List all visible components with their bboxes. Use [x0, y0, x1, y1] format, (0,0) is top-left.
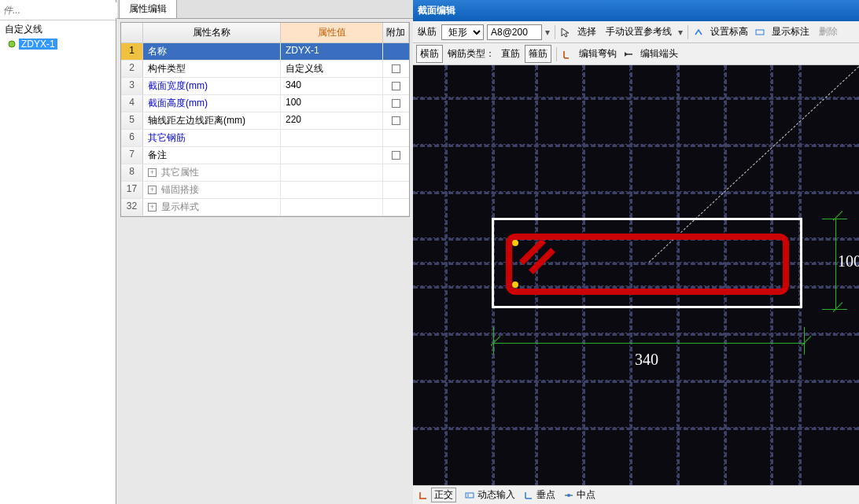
- property-value[interactable]: 340: [281, 78, 383, 94]
- perp-icon: [523, 490, 534, 501]
- property-name: +锚固搭接: [143, 182, 281, 198]
- property-row-expandable[interactable]: 32 +显示样式: [121, 199, 409, 216]
- expand-icon[interactable]: +: [148, 186, 157, 194]
- expand-icon[interactable]: +: [148, 168, 157, 177]
- svg-rect-6: [466, 493, 474, 498]
- row-number: 8: [121, 164, 143, 181]
- property-value[interactable]: 自定义线: [281, 61, 383, 77]
- midpoint-icon: [563, 490, 574, 501]
- rebar-point[interactable]: [512, 281, 518, 288]
- svg-point-2: [9, 41, 15, 47]
- expand-icon[interactable]: +: [148, 203, 157, 212]
- checkbox[interactable]: [392, 82, 400, 90]
- tree-item-label: ZDYX-1: [19, 39, 57, 50]
- property-row[interactable]: 7 备注: [121, 147, 409, 164]
- dim-tick: ⟋: [828, 204, 847, 226]
- status-ortho[interactable]: 正交: [418, 487, 456, 502]
- dropdown-arrow-icon[interactable]: ▾: [545, 27, 550, 38]
- property-add[interactable]: [383, 147, 409, 164]
- property-value[interactable]: 220: [281, 112, 383, 129]
- component-tree: 自定义线 ZDYX-1: [0, 20, 116, 51]
- section-editor-panel: 截面编辑 纵筋 矩形 ▾ 选择 手动设置参考线 ▾ 设置标高 显示标注 删除 横…: [413, 0, 859, 504]
- property-value: [281, 199, 383, 215]
- toolbar-separator: [556, 47, 557, 61]
- drawing-canvas[interactable]: ⟋ ⟋ 340 ⟋ ⟋ 100: [413, 65, 859, 485]
- property-add[interactable]: [383, 112, 409, 129]
- stirrup[interactable]: [506, 234, 789, 295]
- property-name: +其它属性: [143, 164, 281, 181]
- property-row[interactable]: 1 名称 ZDYX-1: [121, 43, 409, 61]
- col-header-add[interactable]: 附加: [383, 23, 409, 42]
- rebar-spec-input[interactable]: [487, 24, 542, 40]
- row-number: 32: [121, 199, 143, 215]
- property-add[interactable]: [383, 130, 409, 146]
- row-number: 3: [121, 78, 143, 94]
- property-name: 截面宽度(mm): [143, 78, 281, 94]
- section-toolbar-1: 纵筋 矩形 ▾ 选择 手动设置参考线 ▾ 设置标高 显示标注 删除: [413, 21, 859, 43]
- tree-item-zdyx1[interactable]: ZDYX-1: [6, 39, 112, 50]
- rebar-point[interactable]: [512, 240, 518, 246]
- dim-tick: ⟋: [828, 296, 847, 318]
- property-row[interactable]: 5 轴线距左边线距离(mm) 220: [121, 112, 409, 130]
- property-row-expandable[interactable]: 17 +锚固搭接: [121, 182, 409, 199]
- dimension-line-width: [493, 343, 804, 344]
- property-add: [383, 199, 409, 215]
- checkbox[interactable]: [392, 99, 400, 108]
- property-value[interactable]: [281, 130, 383, 146]
- property-add[interactable]: [383, 78, 409, 94]
- property-add: [383, 164, 409, 181]
- tab-property-edit[interactable]: 属性编辑: [119, 0, 177, 18]
- status-dynamic-input[interactable]: 动态输入: [464, 488, 515, 502]
- dim-tick: ⟋: [797, 329, 816, 351]
- edit-hook-button[interactable]: 编辑弯钩: [576, 46, 620, 62]
- endpoint-icon: [623, 49, 634, 60]
- svg-point-9: [567, 494, 570, 497]
- delete-button[interactable]: 删除: [816, 24, 841, 40]
- section-toolbar-2: 横筋 钢筋类型： 直筋 箍筋 编辑弯钩 编辑端头: [413, 43, 859, 65]
- property-add: [383, 182, 409, 198]
- checkbox[interactable]: [392, 151, 400, 160]
- manual-ref-line-button[interactable]: 手动设置参考线: [603, 24, 675, 40]
- dimension-height: 100: [838, 252, 859, 270]
- shape-select[interactable]: 矩形: [441, 24, 484, 40]
- property-name: +显示样式: [143, 199, 281, 215]
- search-input[interactable]: [0, 2, 125, 18]
- property-value: [281, 164, 383, 181]
- property-row[interactable]: 4 截面高度(mm) 100: [121, 95, 409, 112]
- set-elevation-button[interactable]: 设置标高: [707, 24, 751, 40]
- property-row-expandable[interactable]: 8 +其它属性: [121, 164, 409, 182]
- stirrup-button[interactable]: 箍筋: [525, 45, 551, 63]
- property-add[interactable]: [383, 95, 409, 112]
- col-header-num: [121, 23, 143, 42]
- edit-endpoint-button[interactable]: 编辑端头: [637, 46, 681, 62]
- property-value[interactable]: [281, 147, 383, 164]
- property-add[interactable]: [383, 61, 409, 77]
- svg-rect-3: [756, 30, 764, 35]
- status-perp-snap[interactable]: 垂点: [523, 488, 555, 502]
- property-value[interactable]: ZDYX-1: [281, 43, 383, 60]
- property-add[interactable]: [383, 43, 409, 60]
- property-row[interactable]: 2 构件类型 自定义线: [121, 61, 409, 78]
- property-name: 构件类型: [143, 61, 281, 77]
- cursor-icon: [560, 27, 571, 38]
- row-number: 1: [121, 43, 143, 60]
- property-table-header: 属性名称 属性值 附加: [121, 23, 409, 43]
- checkbox[interactable]: [392, 116, 400, 125]
- status-mid-snap[interactable]: 中点: [563, 488, 595, 502]
- property-value[interactable]: 100: [281, 95, 383, 112]
- property-row[interactable]: 6 其它钢筋: [121, 130, 409, 147]
- dropdown-arrow-icon[interactable]: ▾: [678, 27, 683, 38]
- property-name: 轴线距左边线距离(mm): [143, 112, 281, 129]
- show-label-button[interactable]: 显示标注: [769, 24, 813, 40]
- col-header-name[interactable]: 属性名称: [143, 23, 281, 42]
- row-number: 4: [121, 95, 143, 112]
- tree-root-label[interactable]: 自定义线: [3, 22, 112, 37]
- property-row[interactable]: 3 截面宽度(mm) 340: [121, 78, 409, 95]
- dyn-input-icon: [464, 490, 475, 501]
- property-name: 截面高度(mm): [143, 95, 281, 112]
- horizontal-rebar-button[interactable]: 横筋: [416, 45, 443, 63]
- col-header-value[interactable]: 属性值: [281, 23, 383, 42]
- select-button[interactable]: 选择: [574, 24, 599, 40]
- checkbox[interactable]: [392, 64, 400, 73]
- elevation-icon: [693, 27, 704, 38]
